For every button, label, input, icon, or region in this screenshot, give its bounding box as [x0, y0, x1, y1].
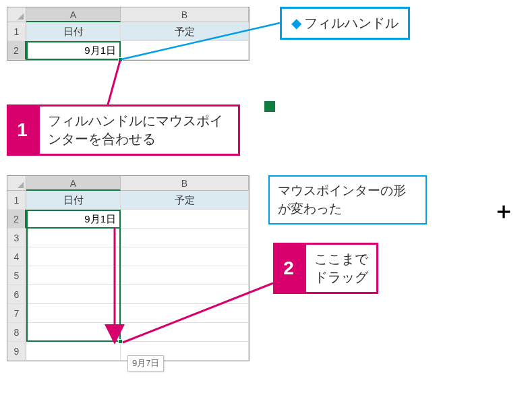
row-header[interactable]: 7 [7, 304, 26, 323]
cell[interactable] [121, 229, 249, 247]
fill-handle[interactable] [118, 57, 123, 62]
select-all-corner[interactable] [7, 7, 26, 22]
cell[interactable] [121, 266, 249, 285]
spreadsheet-1: A B 1 日付 予定 2 9月1日 [7, 7, 250, 61]
cell[interactable] [26, 247, 121, 266]
step-2-number: 2 [273, 243, 304, 294]
cell[interactable] [121, 304, 249, 323]
callout-fill-handle-text: フィルハンドル [304, 16, 399, 30]
col-header-b-2[interactable]: B [121, 176, 249, 191]
cell[interactable] [121, 285, 249, 304]
col-header-b[interactable]: B [121, 7, 249, 22]
row-header-2[interactable]: 2 [7, 41, 26, 60]
row-header-1[interactable]: 1 [7, 22, 26, 41]
callout-fill-handle: ◆フィルハンドル [280, 7, 410, 40]
cell-b1[interactable]: 予定 [121, 22, 249, 41]
cell[interactable] [26, 304, 121, 323]
step-1-text: フィルハンドルにマウスポインターを合わせる [38, 104, 240, 156]
cell[interactable] [26, 323, 121, 342]
green-square-icon [264, 101, 275, 112]
row-header[interactable]: 4 [7, 247, 26, 266]
step-1: 1 フィルハンドルにマウスポインターを合わせる [7, 104, 240, 156]
row-header[interactable]: 3 [7, 229, 26, 247]
diamond-icon: ◆ [291, 16, 301, 30]
cell[interactable] [121, 247, 249, 266]
callout-pointer-changed: マウスポインターの形が変わった [268, 175, 427, 224]
drag-tooltip: 9月7日 [127, 355, 164, 371]
plus-cursor-icon: ＋ [492, 196, 515, 227]
row-header[interactable]: 5 [7, 266, 26, 285]
select-all-corner-2[interactable] [7, 176, 26, 191]
cell[interactable] [26, 229, 121, 247]
step-1-number: 1 [7, 104, 38, 156]
cell-b1-2[interactable]: 予定 [121, 191, 249, 210]
row-header[interactable]: 2 [7, 210, 26, 229]
col-header-a-2[interactable]: A [26, 176, 121, 191]
cell[interactable] [121, 323, 249, 342]
cell-a2[interactable]: 9月1日 [26, 41, 121, 60]
cell[interactable] [26, 342, 121, 361]
row-header[interactable]: 8 [7, 323, 26, 342]
step-2-text: ここまで ドラッグ [304, 243, 378, 294]
cell[interactable] [26, 266, 121, 285]
fill-handle-2[interactable] [118, 339, 123, 344]
spreadsheet-2: A B 1日付予定 29月1日 3 4 5 6 7 8 9 9月7日 [7, 175, 250, 361]
callout-pointer-text: マウスポインターの形が変わった [278, 183, 406, 216]
col-header-a[interactable]: A [26, 7, 121, 22]
step-2: 2 ここまで ドラッグ [273, 243, 378, 294]
cell-b2[interactable] [121, 41, 249, 60]
cell[interactable] [121, 210, 249, 229]
svg-line-1 [108, 61, 120, 104]
row-header[interactable]: 1 [7, 191, 26, 210]
cell-a2-2[interactable]: 9月1日 [26, 210, 121, 229]
row-header[interactable]: 6 [7, 285, 26, 304]
cell-a1-2[interactable]: 日付 [26, 191, 121, 210]
cell[interactable] [26, 285, 121, 304]
row-header[interactable]: 9 [7, 342, 26, 361]
cell-a1[interactable]: 日付 [26, 22, 121, 41]
